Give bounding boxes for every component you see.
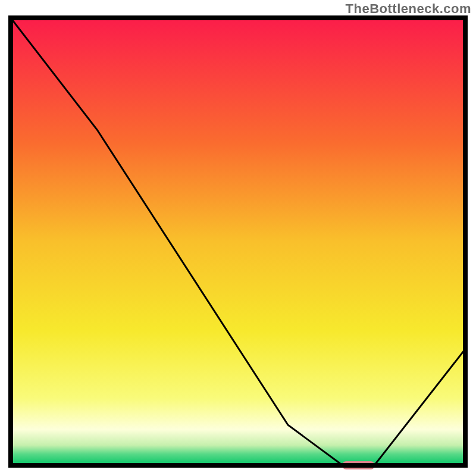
chart-container: TheBottleneck.com [0, 0, 476, 476]
bottleneck-chart [0, 0, 476, 476]
attribution-label: TheBottleneck.com [346, 1, 471, 17]
plot-background [11, 18, 465, 465]
